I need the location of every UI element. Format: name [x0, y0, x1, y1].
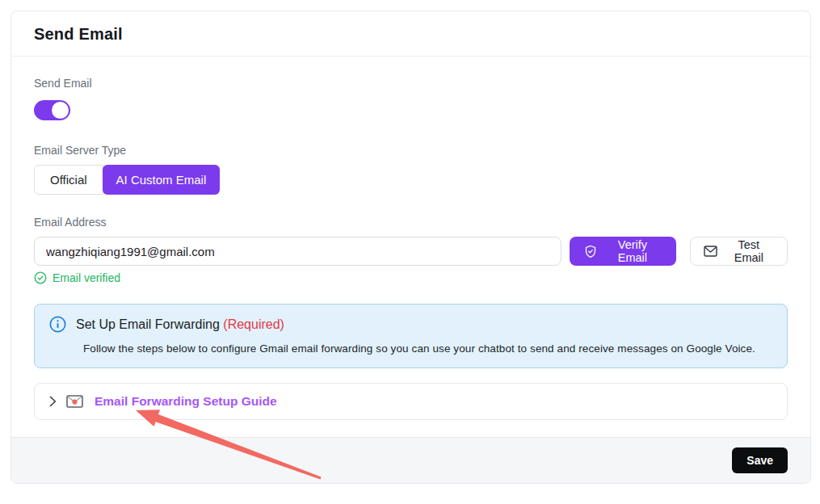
server-type-official-button[interactable]: Official — [34, 165, 103, 195]
email-forwarding-info-box: Set Up Email Forwarding (Required) Follo… — [34, 304, 788, 368]
save-button[interactable]: Save — [732, 447, 788, 473]
test-email-label: Test Email — [724, 238, 774, 264]
send-email-card: Send Email Send Email Email Server Type … — [11, 10, 811, 484]
email-server-type-group: Official AI Custom Email — [34, 165, 220, 195]
info-icon — [49, 316, 66, 333]
info-box-title: Set Up Email Forwarding (Required) — [76, 317, 284, 332]
guide-label[interactable]: Email Forwarding Setup Guide — [95, 394, 277, 409]
info-title-row: Set Up Email Forwarding (Required) — [49, 316, 771, 333]
required-badge: (Required) — [223, 317, 284, 331]
shield-check-icon — [584, 245, 597, 258]
info-box-description: Follow the steps below to configure Gmai… — [83, 342, 771, 355]
email-address-input[interactable] — [34, 237, 561, 266]
circle-check-icon — [34, 271, 47, 284]
verify-email-button[interactable]: Verify Email — [570, 237, 676, 266]
email-address-label: Email Address — [34, 216, 788, 229]
email-forwarding-setup-guide-accordion[interactable]: Email Forwarding Setup Guide — [34, 383, 788, 420]
email-address-row: Verify Email Test Email — [34, 237, 788, 266]
send-email-toggle[interactable] — [34, 100, 70, 120]
card-body: Send Email Email Server Type Official AI… — [11, 57, 810, 437]
send-email-toggle-label: Send Email — [34, 77, 788, 90]
email-server-type-label: Email Server Type — [34, 144, 788, 157]
email-envelope-seal-icon — [66, 395, 83, 408]
chevron-right-icon[interactable] — [49, 396, 57, 407]
test-email-button[interactable]: Test Email — [690, 237, 788, 266]
card-header: Send Email — [11, 11, 810, 57]
email-verified-status: Email verified — [34, 271, 788, 284]
page-title: Send Email — [34, 25, 788, 44]
envelope-icon — [704, 246, 717, 257]
verify-email-label: Verify Email — [603, 238, 662, 264]
server-type-ai-custom-button[interactable]: AI Custom Email — [103, 165, 221, 195]
card-footer: Save — [11, 437, 810, 483]
toggle-knob — [52, 102, 69, 119]
email-verified-text: Email verified — [53, 271, 120, 284]
